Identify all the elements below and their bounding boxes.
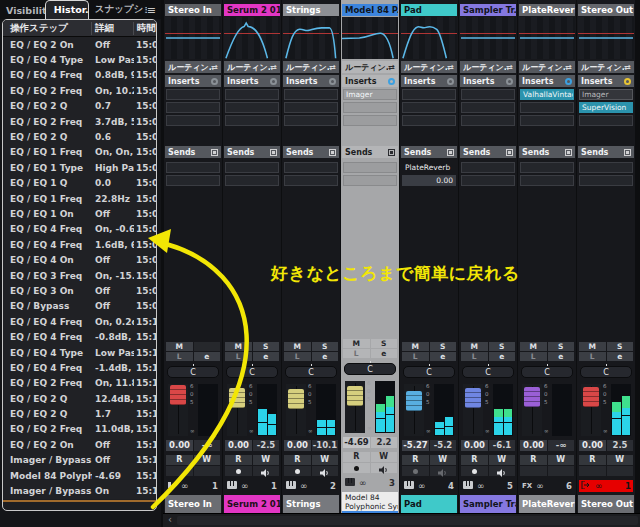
fader-level-value[interactable]: -5.27 — [402, 440, 429, 451]
routing-rack[interactable]: ルーティン.⇄ — [578, 61, 634, 73]
mute-button[interactable]: M — [166, 342, 193, 351]
inserts-rack[interactable]: Inserts — [224, 75, 280, 87]
pan-control[interactable]: C — [226, 366, 278, 378]
inserts-gear-icon[interactable] — [506, 78, 513, 85]
solo-button[interactable]: S — [607, 342, 634, 351]
fader-track[interactable] — [404, 384, 424, 436]
channel-name-bottom[interactable]: PlateReverb — [519, 495, 575, 514]
fader-cap[interactable] — [288, 389, 304, 409]
fader-level-value[interactable]: 0.00 — [225, 440, 252, 451]
send-slot[interactable] — [225, 175, 279, 186]
channel-name-top[interactable]: Stereo Out — [578, 4, 634, 16]
fader-cap[interactable] — [524, 387, 540, 407]
send-slot[interactable] — [284, 162, 338, 173]
insert-slot[interactable]: ValhallaVintag...rb — [520, 89, 574, 100]
routing-rack[interactable]: ルーティン.⇄ — [165, 61, 221, 73]
peak-level-value[interactable]: -2.5 — [253, 440, 279, 451]
channel-link-icon[interactable]: ∞ — [241, 481, 249, 491]
fader-level-value[interactable]: -4.69 — [343, 437, 370, 448]
peak-level-value[interactable]: -∞ — [194, 440, 220, 451]
history-row[interactable]: EQ / EQ 2 Freq3.7dB, 554415:08:2 — [3, 114, 156, 129]
fader-track[interactable] — [522, 384, 542, 436]
edit-button[interactable]: e — [253, 352, 280, 361]
inserts-gear-icon[interactable] — [565, 78, 572, 85]
tab-snapshots[interactable]: スナップショ. — [89, 0, 147, 19]
inserts-rack[interactable]: Inserts — [401, 75, 457, 87]
insert-slot[interactable] — [225, 115, 279, 126]
edit-button[interactable]: e — [430, 352, 457, 361]
read-automation-button[interactable]: R — [166, 455, 193, 465]
pan-control[interactable]: C — [285, 366, 337, 378]
solo-button[interactable]: S — [371, 339, 398, 348]
insert-slot[interactable] — [520, 102, 574, 113]
send-slot[interactable] — [520, 175, 574, 186]
send-slot[interactable] — [284, 175, 338, 186]
sends-rack[interactable]: Sends — [224, 146, 280, 158]
monitor-button[interactable] — [430, 466, 457, 476]
history-row[interactable]: EQ / BypassOff15:09:4 — [3, 299, 156, 314]
eq-curve-display[interactable] — [224, 17, 280, 59]
history-row[interactable]: EQ / EQ 4 TypeLow Pass I15:10:0 — [3, 345, 156, 360]
channel-name-top[interactable]: Pad — [401, 4, 457, 16]
history-row[interactable]: EQ / EQ 2 OnOff15:07:5 — [3, 37, 156, 52]
history-row[interactable]: EQ / EQ 4 Freq-0.8dB, 64715:10:0 — [3, 329, 156, 344]
fader-cap[interactable] — [406, 391, 422, 411]
listen-button[interactable]: L — [343, 349, 370, 358]
peak-level-value[interactable]: -5.2 — [430, 440, 456, 451]
insert-slot[interactable] — [225, 102, 279, 113]
history-row[interactable]: EQ / EQ 4 Freq1.6dB, 656115:09:2 — [3, 237, 156, 252]
channel-name-bottom[interactable]: Stereo Out — [578, 495, 634, 514]
insert-slot[interactable] — [284, 89, 338, 100]
send-slot[interactable] — [343, 162, 397, 173]
monitor-button[interactable] — [312, 466, 339, 476]
insert-slot[interactable]: Imager — [579, 89, 633, 100]
tab-history[interactable]: Histor. — [45, 0, 89, 19]
history-row[interactable]: EQ / EQ 4 TypeLow Pass II15:08:1 — [3, 52, 156, 67]
insert-slot[interactable] — [461, 115, 515, 126]
insert-slot[interactable] — [225, 89, 279, 100]
channel-link-icon[interactable]: ∞ — [181, 481, 189, 491]
insert-slot[interactable] — [166, 89, 220, 100]
insert-slot[interactable] — [343, 102, 397, 113]
channel-name-bottom[interactable]: Pad — [401, 495, 457, 514]
read-automation-button[interactable]: R — [343, 452, 370, 462]
eq-curve-display[interactable] — [342, 17, 398, 59]
peak-level-value[interactable]: 2.5 — [607, 440, 633, 451]
inserts-rack[interactable]: Inserts — [460, 75, 516, 87]
eq-curve-display[interactable] — [578, 17, 634, 59]
fader-track[interactable] — [463, 384, 483, 436]
channel-link-icon[interactable]: ∞ — [418, 481, 426, 491]
fader-level-value[interactable]: 0.00 — [461, 440, 488, 451]
inserts-gear-icon[interactable] — [329, 78, 336, 85]
record-enable-button[interactable] — [343, 463, 370, 473]
peak-level-value[interactable]: 2.2 — [371, 437, 397, 448]
history-row[interactable]: EQ / EQ 2 Q1.715:13:0 — [3, 406, 156, 421]
pan-control[interactable]: C — [462, 366, 514, 378]
history-row[interactable]: EQ / EQ 2 Freq11.0dB, 10615:13:1 — [3, 422, 156, 437]
fader-track[interactable] — [168, 384, 188, 436]
edit-button[interactable]: e — [607, 352, 634, 361]
inserts-rack[interactable]: Inserts — [342, 75, 398, 87]
history-row[interactable]: EQ / EQ 2 Q12.4dB, 59.15:13:0 — [3, 391, 156, 406]
insert-slot[interactable]: Imager — [343, 89, 397, 100]
fader-cap[interactable] — [465, 388, 481, 408]
channel-name-bottom[interactable]: Serum 2 01 — [224, 495, 280, 514]
history-row[interactable]: EQ / EQ 3 FreqOn, -15.9dB15:09:2 — [3, 268, 156, 283]
solo-button[interactable]: S — [253, 342, 280, 351]
insert-slot[interactable] — [166, 102, 220, 113]
tab-visibility[interactable]: Visibilit. — [0, 2, 45, 19]
solo-button[interactable]: S — [548, 342, 575, 351]
send-slot[interactable] — [579, 162, 633, 173]
channel-link-icon[interactable]: ∞ — [477, 481, 485, 491]
insert-slot[interactable] — [461, 102, 515, 113]
pan-control[interactable]: C — [521, 366, 573, 378]
read-automation-button[interactable]: R — [520, 455, 547, 465]
fader-cap[interactable] — [583, 387, 599, 407]
fader-level-value[interactable]: 0.00 — [579, 440, 606, 451]
channel-link-icon[interactable]: ∞ — [536, 481, 544, 491]
send-slot[interactable] — [343, 175, 397, 186]
record-enable-button[interactable] — [284, 466, 311, 476]
inserts-rack[interactable]: Inserts — [578, 75, 634, 87]
fader-level-value[interactable]: 0.00 — [166, 440, 193, 451]
eq-curve-display[interactable] — [401, 17, 457, 59]
